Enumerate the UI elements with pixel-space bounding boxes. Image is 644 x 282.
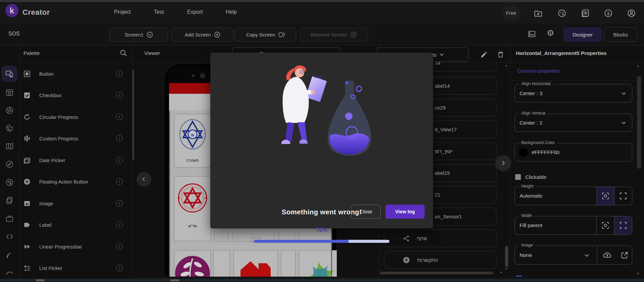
kodular-creator-app: k Creator Project Test Export Help Free … (0, 0, 644, 282)
modal-progress-fill (254, 240, 349, 243)
modal-progress-track (254, 240, 389, 243)
scientist-flask-illustration (264, 58, 380, 158)
close-button[interactable]: Close (351, 205, 381, 219)
view-log-button[interactable]: View log (385, 205, 425, 219)
progress-percent: 70% (210, 227, 433, 233)
error-dialog: Something went wrong! 70% Close View log (210, 53, 433, 228)
